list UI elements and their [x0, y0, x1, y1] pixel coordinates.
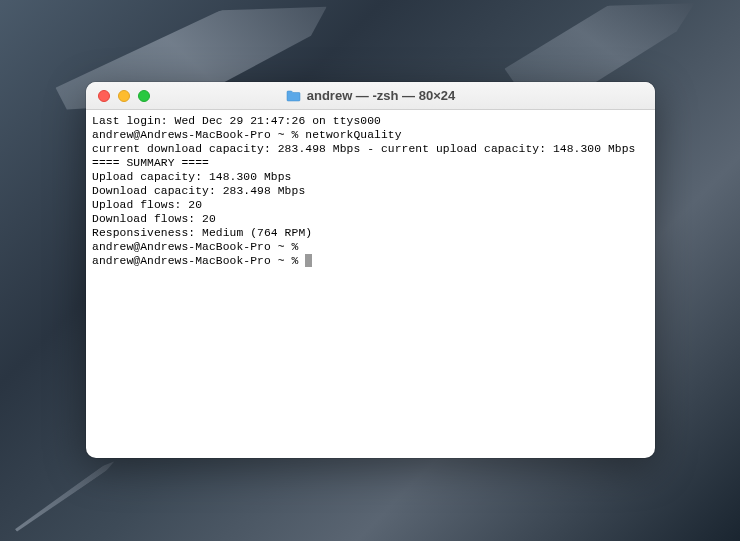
terminal-line: Responsiveness: Medium (764 RPM) — [92, 226, 649, 240]
window-title: andrew — -zsh — 80×24 — [307, 88, 455, 103]
window-title-container: andrew — -zsh — 80×24 — [286, 88, 455, 103]
cursor — [305, 254, 312, 267]
terminal-line: Last login: Wed Dec 29 21:47:26 on ttys0… — [92, 114, 649, 128]
maximize-button[interactable] — [138, 90, 150, 102]
terminal-line: andrew@Andrews-MacBook-Pro ~ % networkQu… — [92, 128, 649, 142]
terminal-line: andrew@Andrews-MacBook-Pro ~ % — [92, 240, 649, 254]
close-button[interactable] — [98, 90, 110, 102]
terminal-prompt-text: andrew@Andrews-MacBook-Pro ~ % — [92, 255, 305, 267]
terminal-line: current download capacity: 283.498 Mbps … — [92, 142, 649, 156]
wallpaper-decoration — [7, 449, 123, 541]
terminal-line: Download capacity: 283.498 Mbps — [92, 184, 649, 198]
terminal-prompt-line: andrew@Andrews-MacBook-Pro ~ % — [92, 254, 649, 268]
titlebar[interactable]: andrew — -zsh — 80×24 — [86, 82, 655, 110]
terminal-line: Download flows: 20 — [92, 212, 649, 226]
traffic-lights — [86, 90, 150, 102]
terminal-window[interactable]: andrew — -zsh — 80×24 Last login: Wed De… — [86, 82, 655, 458]
terminal-line: ==== SUMMARY ==== — [92, 156, 649, 170]
terminal-line: Upload capacity: 148.300 Mbps — [92, 170, 649, 184]
terminal-content[interactable]: Last login: Wed Dec 29 21:47:26 on ttys0… — [86, 110, 655, 458]
terminal-line: Upload flows: 20 — [92, 198, 649, 212]
folder-icon — [286, 90, 301, 102]
minimize-button[interactable] — [118, 90, 130, 102]
